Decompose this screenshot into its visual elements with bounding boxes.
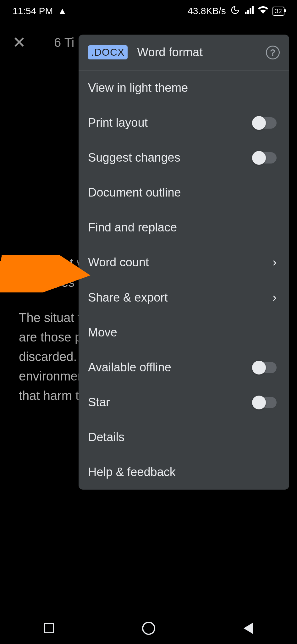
- menu-item-label: Word count: [88, 256, 149, 269]
- menu-item-label: Move: [88, 326, 117, 339]
- menu-item-find-replace[interactable]: Find and replace: [79, 210, 289, 245]
- available-offline-toggle[interactable]: [253, 362, 277, 373]
- suggest-changes-toggle[interactable]: [253, 152, 277, 164]
- menu-item-move[interactable]: Move: [79, 315, 289, 350]
- menu-item-label: Details: [88, 430, 124, 444]
- menu-item-details[interactable]: Details: [79, 420, 289, 455]
- wifi-icon: [258, 5, 268, 17]
- home-button[interactable]: [142, 622, 155, 635]
- format-badge: .DOCX: [88, 45, 128, 59]
- menu-item-label: Print layout: [88, 116, 148, 130]
- menu-item-share-export[interactable]: Share & export ›: [79, 280, 289, 315]
- document-title-fragment: 6 Ti: [54, 36, 74, 50]
- warning-icon: ▲: [58, 6, 67, 16]
- recents-button[interactable]: [44, 623, 54, 633]
- menu-item-help-feedback[interactable]: Help & feedback: [79, 455, 289, 490]
- star-toggle[interactable]: [253, 397, 277, 408]
- menu-item-label: View in light theme: [88, 81, 188, 95]
- menu-item-label: Available offline: [88, 361, 171, 374]
- status-data-rate: 43.8KB/s: [188, 6, 226, 16]
- menu-item-star[interactable]: Star: [79, 385, 289, 420]
- help-icon[interactable]: ?: [266, 46, 280, 59]
- status-bar: 11:54 PM ▲ 43.8KB/s 32: [0, 0, 297, 22]
- close-icon[interactable]: ✕: [13, 33, 26, 52]
- menu-item-label: Star: [88, 396, 110, 409]
- print-layout-toggle[interactable]: [253, 117, 277, 129]
- overflow-menu: .DOCX Word format ? View in light theme …: [79, 35, 289, 490]
- menu-item-view-light-theme[interactable]: View in light theme: [79, 70, 289, 105]
- signal-icon: [244, 5, 254, 17]
- chevron-right-icon: ›: [272, 291, 277, 304]
- dnd-icon: [230, 5, 240, 17]
- menu-item-label: Share & export: [88, 291, 168, 304]
- back-button[interactable]: [244, 623, 253, 634]
- menu-item-word-count[interactable]: Word count ›: [79, 245, 289, 280]
- format-label: Word format: [137, 46, 266, 59]
- system-nav-bar: [0, 613, 297, 644]
- menu-item-document-outline[interactable]: Document outline: [79, 175, 289, 210]
- menu-header: .DOCX Word format ?: [79, 35, 289, 70]
- battery-icon: 32: [272, 7, 284, 16]
- menu-item-label: Suggest changes: [88, 151, 180, 164]
- menu-item-print-layout[interactable]: Print layout: [79, 105, 289, 140]
- chevron-right-icon: ›: [272, 256, 277, 269]
- menu-item-label: Find and replace: [88, 221, 177, 234]
- menu-item-suggest-changes[interactable]: Suggest changes: [79, 140, 289, 175]
- status-time: 11:54 PM: [13, 6, 53, 16]
- menu-item-label: Help & feedback: [88, 465, 176, 479]
- menu-item-label: Document outline: [88, 186, 181, 199]
- menu-item-available-offline[interactable]: Available offline: [79, 350, 289, 385]
